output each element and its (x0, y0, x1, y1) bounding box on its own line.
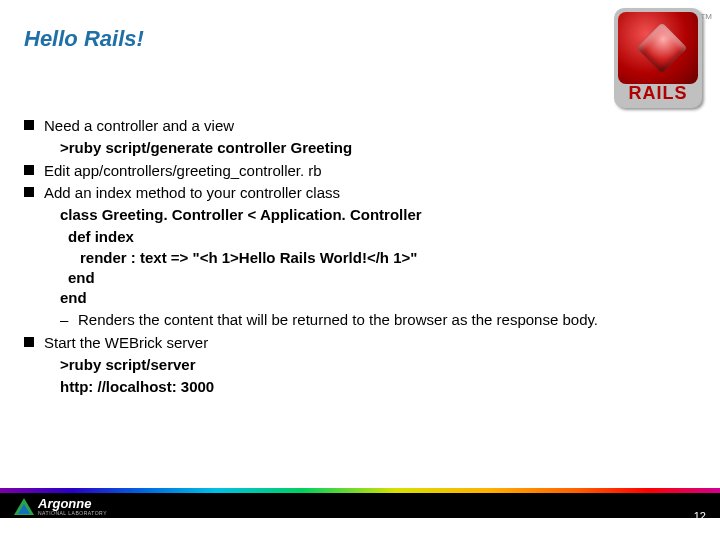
bullet-3: Add an index method to your controller c… (24, 183, 684, 203)
slide: Hello Rails! RAILS TM Need a controller … (0, 0, 720, 540)
argonne-sub: NATIONAL LABORATORY (38, 511, 107, 516)
content-area: Need a controller and a view >ruby scrip… (24, 116, 684, 399)
code-line-5: end (24, 288, 684, 308)
page-number: 12 (694, 510, 706, 522)
rails-logo: RAILS TM (614, 8, 702, 108)
bullet-3-dash: Renders the content that will be returne… (24, 310, 684, 330)
rails-logo-label: RAILS (614, 83, 702, 104)
argonne-logo: Argonne NATIONAL LABORATORY (14, 496, 107, 516)
bullet-4: Start the WEBrick server (24, 333, 684, 353)
bullet-4-url: http: //localhost: 3000 (24, 377, 684, 397)
slide-title: Hello Rails! (24, 26, 144, 52)
code-line-4: end (24, 268, 684, 288)
bullet-1: Need a controller and a view (24, 116, 684, 136)
code-line-2: def index (24, 227, 684, 247)
code-line-3: render : text => "<h 1>Hello Rails World… (24, 248, 684, 268)
footer-bar: Argonne NATIONAL LABORATORY (0, 493, 720, 518)
footer: Argonne NATIONAL LABORATORY 12 (0, 488, 720, 518)
code-line-1: class Greeting. Controller < Application… (24, 205, 684, 225)
argonne-name: Argonne (38, 496, 107, 511)
bullet-2: Edit app/controllers/greeting_controller… (24, 161, 684, 181)
bullet-4-command: >ruby script/server (24, 355, 684, 375)
trademark: TM (700, 12, 712, 21)
argonne-triangle-icon (14, 498, 34, 515)
bullet-1-command: >ruby script/generate controller Greetin… (24, 138, 684, 158)
